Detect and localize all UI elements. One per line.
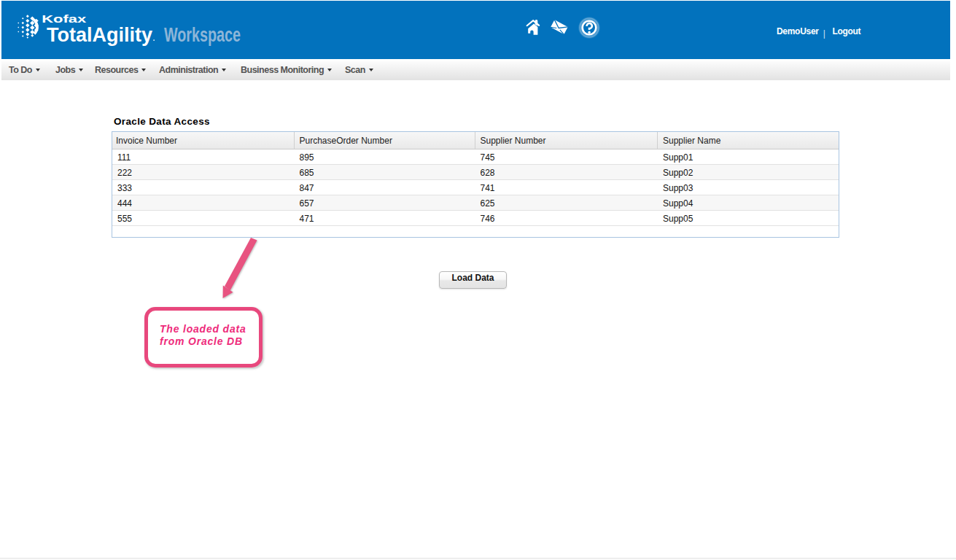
svg-text:TotalAgility: TotalAgility bbox=[47, 24, 152, 46]
svg-text:Workspace: Workspace bbox=[164, 24, 241, 46]
